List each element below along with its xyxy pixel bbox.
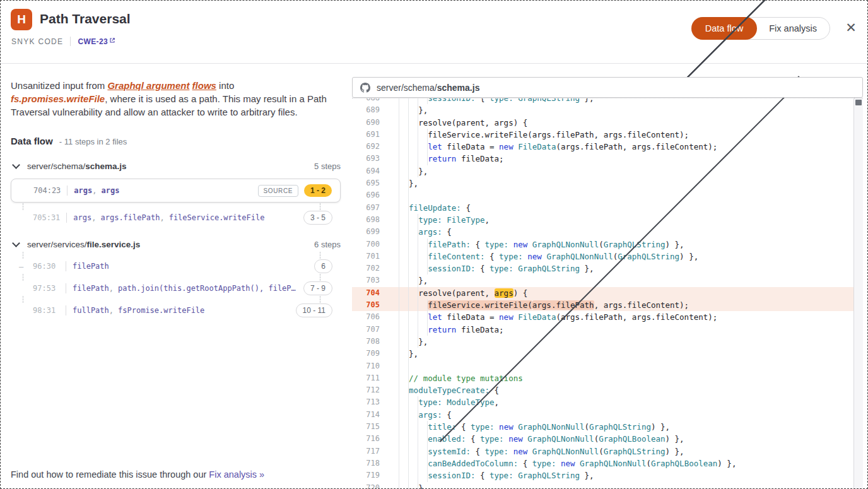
code-file-name: schema.js: [437, 83, 480, 93]
step-divider: [67, 186, 67, 196]
cwe-link[interactable]: CWE-23: [78, 37, 115, 46]
indent-guides: [390, 433, 428, 445]
file-section-header[interactable]: server/schema/schema.js5 steps: [11, 159, 341, 173]
flows-link[interactable]: flows: [192, 80, 216, 91]
code-token: GraphQLNonNull: [580, 459, 646, 468]
chevron-down-icon[interactable]: [12, 161, 20, 169]
code-text: systemId: { type: new GraphQLNonNull(Gra…: [390, 445, 853, 457]
line-number: 708: [352, 336, 390, 348]
code-token: filePath:: [428, 240, 471, 249]
code-token: resolve(parent,: [418, 288, 494, 298]
code-token: new: [513, 240, 528, 249]
line-number: 716: [352, 433, 390, 445]
code-text: type: FileType,: [390, 214, 853, 226]
file-name: file.service.js: [87, 240, 141, 249]
code-line: 695},: [352, 177, 853, 189]
code-line: 716enabled: { type: new GraphQLNonNull(G…: [352, 433, 853, 445]
indent-guides: [390, 214, 418, 226]
description-text: into: [216, 80, 234, 91]
line-number: 690: [352, 117, 390, 129]
code-text: sessionID: { type: GraphQLString },: [390, 469, 853, 481]
line-number: 719: [352, 469, 390, 481]
highlighted-token-sink: args.filePath: [532, 300, 594, 310]
code-token: type:: [485, 447, 509, 456]
code-text: },: [390, 274, 853, 286]
file-section-header[interactable]: server/services/file.service.js6 steps: [11, 237, 341, 251]
dataflow-step[interactable]: 704:23args,argsSOURCE1 - 2: [11, 179, 341, 203]
code-area[interactable]: 688sessionID: { type: GraphQLString },68…: [352, 98, 854, 489]
dataflow-step[interactable]: –96:30filePath6: [11, 259, 341, 273]
code-token: FileType: [447, 215, 484, 225]
code-line: 713type: ModuleType,: [352, 396, 853, 408]
code-token: {: [471, 240, 485, 249]
indent-guides: [390, 117, 418, 129]
code-token: (: [599, 240, 604, 249]
github-icon: [360, 83, 370, 93]
scrollbar-thumb[interactable]: [855, 100, 862, 105]
vertical-scrollbar[interactable]: [854, 98, 863, 489]
line-number: 711: [352, 372, 390, 384]
line-number: 698: [352, 214, 390, 226]
code-lines: 688sessionID: { type: GraphQLString },68…: [352, 98, 853, 489]
code-line: 707return fileData;: [352, 324, 853, 336]
indent-guides: [390, 239, 428, 250]
code-text: // module type mutations: [390, 372, 853, 384]
token-separator: ,: [109, 284, 114, 293]
code-line: 706let fileData = new FileData(args.file…: [352, 311, 853, 323]
code-token: GraphQLString: [604, 447, 666, 456]
code-token: type:: [490, 471, 513, 480]
code-token: args:: [418, 410, 442, 420]
code-line: 717systemId: { type: new GraphQLNonNull(…: [352, 445, 853, 457]
graphql-argument-link[interactable]: Graphql argument: [107, 80, 189, 91]
code-text: filePath: { type: new GraphQLNonNull(Gra…: [390, 239, 853, 250]
code-text: return fileData;: [390, 153, 853, 165]
code-token: canBeAddedToColumn:: [428, 459, 518, 468]
line-number: 694: [352, 165, 390, 177]
code-token: {: [475, 264, 490, 273]
code-token: },: [580, 471, 594, 480]
code-line: 693return fileData;: [352, 153, 853, 165]
close-icon[interactable]: ✕: [844, 21, 858, 35]
fix-analysis-link[interactable]: Fix analysis »: [209, 469, 264, 480]
line-number: 688: [352, 98, 390, 104]
dataflow-step[interactable]: 98:31fullPath,fsPromise.writeFile10 - 11: [11, 303, 341, 317]
tab-fix-analysis[interactable]: Fix analysis: [756, 18, 830, 39]
code-token: sessionID:: [428, 471, 475, 480]
code-token: },: [418, 483, 428, 489]
indent-guides: [390, 348, 409, 360]
code-line: 692let fileData = new FileData(args.file…: [352, 141, 853, 153]
code-text: let fileData = new FileData(args.filePat…: [390, 311, 853, 323]
issue-panel: H Path Traversal SNYK CODE CWE-23 Data f…: [0, 0, 868, 489]
code-text: resolve(parent, args) {: [390, 117, 853, 129]
code-token: sessionID:: [428, 98, 475, 103]
indent-guides: [390, 311, 428, 323]
indent-guides: [390, 336, 418, 348]
line-number: 715: [352, 421, 390, 433]
code-token: (args.filePath, args.fileContent);: [556, 312, 717, 322]
code-token: [495, 422, 500, 432]
dataflow-step[interactable]: 705:31args,args.filePath,fileService.wri…: [11, 211, 341, 225]
code-line: 690resolve(parent, args) {: [352, 117, 853, 129]
step-location: 96:30: [33, 262, 59, 271]
code-token: type:: [480, 434, 504, 444]
code-line: 712moduleTypeCreate: {: [352, 384, 853, 396]
code-token: ,: [495, 398, 500, 407]
code-token: type:: [471, 422, 495, 432]
code-line: 708},: [352, 336, 853, 348]
dataflow-step[interactable]: 97:53filePath,path.join(this.getRootAppP…: [11, 281, 341, 295]
code-text: canBeAddedToColumn: { type: new GraphQLN…: [390, 457, 853, 469]
code-text: sessionID: { type: GraphQLString },: [390, 98, 853, 104]
chevron-down-icon[interactable]: [12, 239, 20, 247]
step-divider: [66, 213, 67, 223]
footer-text: Find out how to remediate this issue thr…: [11, 469, 209, 480]
description-text: Unsanitized input from: [11, 80, 107, 91]
indent-guides: [390, 409, 418, 421]
code-token: fileService.writeFile(args.filePath, arg…: [428, 130, 689, 139]
code-token: {: [461, 203, 471, 213]
code-text: let fileData = new FileData(args.filePat…: [390, 141, 853, 153]
code-token: GraphQLNonNull: [532, 240, 599, 249]
code-text: return fileData;: [390, 324, 853, 336]
code-panel: server/schema/schema.js 688sessionID: { …: [352, 77, 863, 489]
step-token: filePath: [73, 262, 109, 271]
indent-guides: [390, 287, 418, 299]
